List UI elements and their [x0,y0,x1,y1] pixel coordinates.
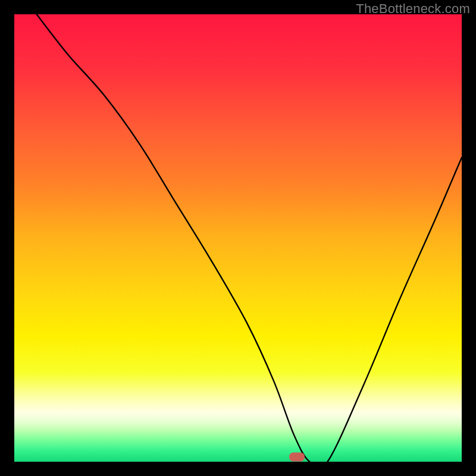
plot-area [14,14,462,462]
optimal-marker [289,453,305,462]
watermark-label: TheBottleneck.com [356,1,470,17]
bottleneck-curve [14,14,462,462]
chart-frame: TheBottleneck.com [0,0,476,476]
